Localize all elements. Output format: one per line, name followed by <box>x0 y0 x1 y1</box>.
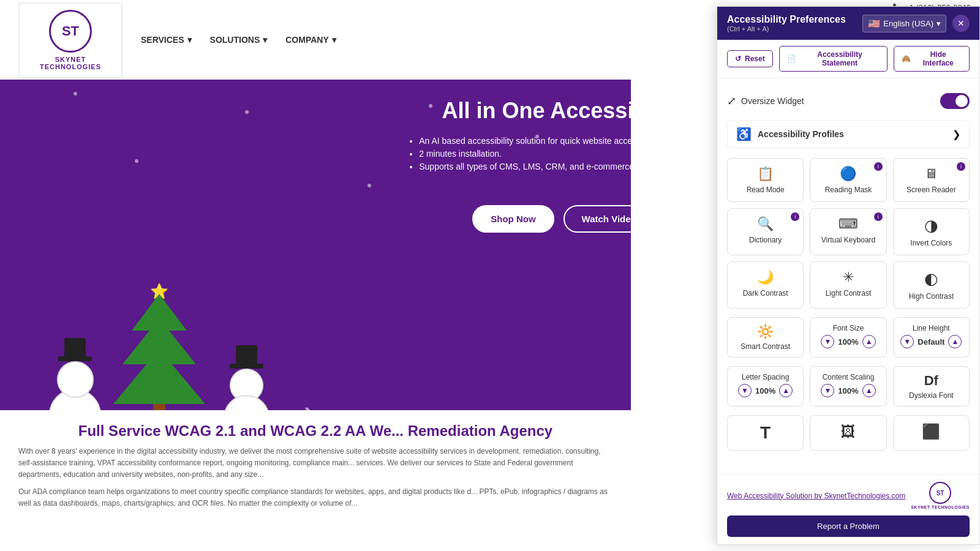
footer-logo: ST SKYNET TECHNOLOGIES <box>911 482 970 509</box>
virtual-keyboard-info-badge: i <box>874 212 883 221</box>
lower-text-1: With over 8 years' experience in the dig… <box>18 446 612 481</box>
statement-label: Accessibility Statement <box>800 50 880 67</box>
logo-letters: ST <box>62 23 79 39</box>
panel-header-right: 🇺🇸 English (USA) ▾ ✕ <box>862 15 970 32</box>
nav-services-chevron: ▾ <box>187 35 192 45</box>
screen-reader-label: Screen Reader <box>907 186 956 194</box>
dictionary-label: Dictionary <box>749 236 782 244</box>
language-selector[interactable]: 🇺🇸 English (USA) ▾ <box>862 15 946 32</box>
nav-services[interactable]: SERVICES ▾ <box>141 35 192 45</box>
screen-reader-info-badge: i <box>957 162 965 171</box>
option-light-contrast[interactable]: ✳ Light Contrast <box>810 261 886 309</box>
content-scaling-increase-button[interactable]: ▲ <box>862 384 876 397</box>
footer-logo-circle: ST <box>929 482 951 504</box>
close-panel-button[interactable]: ✕ <box>952 15 970 32</box>
nav-solutions-label: SOLUTIONS <box>210 35 260 45</box>
hero-bullet-3: Supports all types of CMS, LMS, CRM, and… <box>419 162 708 171</box>
oversize-widget-left: ⤢ Oversize Widget <box>727 94 804 108</box>
font-size-label: Font Size <box>833 324 864 332</box>
accessibility-statement-button[interactable]: 📄 Accessibility Statement <box>779 46 888 72</box>
option-text-size[interactable]: T <box>727 415 804 451</box>
reset-label: Reset <box>745 54 765 63</box>
invert-colors-icon: ◑ <box>924 216 938 235</box>
option-layout[interactable]: ⬛ <box>893 415 970 451</box>
option-virtual-keyboard[interactable]: i ⌨ Virtual Keyboard <box>810 208 886 255</box>
report-problem-button[interactable]: Report a Problem <box>727 515 970 537</box>
dictionary-icon: 🔍 <box>757 216 774 232</box>
watch-video-button[interactable]: Watch Video <box>564 205 655 233</box>
controls-row-2: Letter Spacing ▼ 100% ▲ Content Scaling … <box>727 366 970 407</box>
nav-services-label: SERVICES <box>141 35 184 45</box>
christmas-tree: ⭐ <box>113 283 205 422</box>
option-dictionary[interactable]: i 🔍 Dictionary <box>727 208 804 255</box>
content-scaling-label: Content Scaling <box>823 373 875 381</box>
reading-mask-info-badge: i <box>874 162 883 171</box>
invert-colors-label: Invert Colors <box>910 239 952 247</box>
line-height-cell: Line Height ▼ Default ▲ <box>893 317 970 358</box>
lower-title: Full Service WCAG 2.1 and WCAG 2.2 AA We… <box>18 422 612 440</box>
site-logo[interactable]: ST SKYNET TECHNOLOGIES <box>18 2 123 78</box>
profiles-icon: ♿ <box>736 127 752 141</box>
accessibility-profiles-row[interactable]: ♿ Accessibility Profiles ❯ <box>727 120 970 148</box>
content-scaling-decrease-button[interactable]: ▼ <box>821 384 834 397</box>
flag-icon: 🇺🇸 <box>868 18 880 29</box>
font-size-value: 100% <box>838 337 858 347</box>
oversize-label: Oversize Widget <box>741 96 804 106</box>
letter-spacing-increase-button[interactable]: ▲ <box>779 384 793 397</box>
statement-icon: 📄 <box>787 54 796 63</box>
hero-bullet-1: An AI based accessibility solution for q… <box>419 136 708 146</box>
reset-icon: ↺ <box>735 54 741 63</box>
read-mode-icon: 📋 <box>757 166 774 182</box>
line-height-increase-button[interactable]: ▲ <box>948 335 962 348</box>
panel-title-area: Accessibility Preferences (Ctrl + Alt + … <box>727 14 846 32</box>
dyslexia-font-icon: Df <box>924 373 938 389</box>
dictionary-info-badge: i <box>791 212 799 221</box>
nav-company[interactable]: COMPANY ▾ <box>285 35 336 45</box>
star-dot <box>74 92 77 96</box>
dyslexia-font-cell[interactable]: Df Dyslexia Font <box>893 366 970 407</box>
line-height-decrease-button[interactable]: ▼ <box>900 335 914 348</box>
line-height-label: Line Height <box>913 324 950 332</box>
nav-company-chevron: ▾ <box>332 35 336 45</box>
star-dot <box>135 159 138 163</box>
option-screen-reader[interactable]: i 🖥 Screen Reader <box>893 158 970 202</box>
option-reading-mask[interactable]: i 🔵 Reading Mask <box>810 158 886 202</box>
line-height-value: Default <box>918 337 944 347</box>
panel-title: Accessibility Preferences <box>727 14 846 25</box>
panel-body: ⤢ Oversize Widget ♿ Accessibility Profil… <box>717 78 979 474</box>
lower-section: Full Service WCAG 2.1 and WCAG 2.2 AA We… <box>0 410 631 551</box>
shop-now-button[interactable]: Shop Now <box>472 205 554 233</box>
panel-shortcut: (Ctrl + Alt + A) <box>727 25 846 32</box>
hide-interface-button[interactable]: 🙈 Hide Interface <box>894 46 970 72</box>
dark-contrast-icon: 🌙 <box>757 269 774 285</box>
option-image-alt[interactable]: 🖼 <box>810 415 886 451</box>
hero-bullet-2: 2 minutes installation. <box>419 149 708 159</box>
main-nav: SERVICES ▾ SOLUTIONS ▾ COMPANY ▾ <box>141 35 336 45</box>
image-alt-icon: 🖼 <box>841 423 856 440</box>
smart-contrast-cell[interactable]: 🔆 Smart Contrast <box>727 317 804 358</box>
nav-solutions-chevron: ▾ <box>263 35 267 45</box>
lower-text-2: Our ADA compliance team helps organizati… <box>18 486 612 509</box>
option-invert-colors[interactable]: ◑ Invert Colors <box>893 208 970 255</box>
website-background: ⭐ ❯ Full Service WCAG 2.1 and WCAG 2.2 A… <box>0 0 631 551</box>
oversize-widget-toggle[interactable] <box>940 93 970 109</box>
option-dark-contrast[interactable]: 🌙 Dark Contrast <box>727 261 804 309</box>
reset-button[interactable]: ↺ Reset <box>727 50 773 67</box>
reading-mask-icon: 🔵 <box>840 166 856 182</box>
option-read-mode[interactable]: 📋 Read Mode <box>727 158 804 202</box>
font-size-increase-button[interactable]: ▲ <box>862 335 876 348</box>
option-high-contrast[interactable]: ◐ High Contrast <box>893 261 970 309</box>
footer-brand-link[interactable]: Web Accessibility Solution by SkynetTech… <box>727 490 905 501</box>
nav-company-label: COMPANY <box>285 35 329 45</box>
nav-solutions[interactable]: SOLUTIONS ▾ <box>210 35 268 45</box>
hide-icon: 🙈 <box>902 54 911 63</box>
panel-toolbar: ↺ Reset 📄 Accessibility Statement 🙈 Hide… <box>717 40 979 78</box>
oversize-widget-row: ⤢ Oversize Widget <box>727 88 970 114</box>
letter-spacing-decrease-button[interactable]: ▼ <box>738 384 752 397</box>
font-size-decrease-button[interactable]: ▼ <box>821 335 834 348</box>
font-size-stepper: ▼ 100% ▲ <box>821 335 875 348</box>
footer-logo-letters: ST <box>937 490 944 497</box>
smart-contrast-label: Smart Contrast <box>741 342 790 351</box>
profiles-left: ♿ Accessibility Profiles <box>736 127 844 141</box>
logo-circle: ST <box>49 10 92 53</box>
